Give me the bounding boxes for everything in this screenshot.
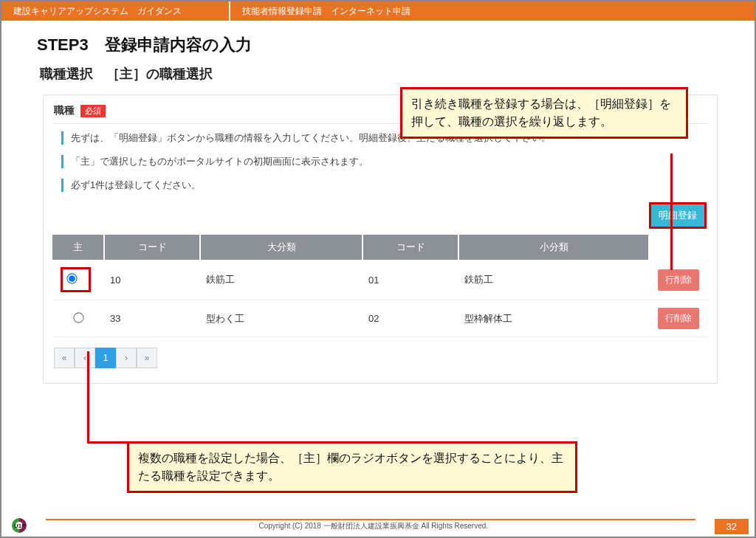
panel-title-text: 職種 — [54, 104, 75, 117]
section-subtitle: 職種選択 ［主］の職種選択 — [40, 65, 726, 83]
topbar-left: 建設キャリアアップシステム ガイダンス — [1, 1, 229, 21]
pager-first[interactable]: « — [54, 348, 75, 368]
guide-line: 必ず1件は登録してください。 — [61, 179, 705, 192]
pager-next[interactable]: › — [116, 348, 137, 368]
callout-connector — [87, 351, 89, 441]
step-heading: STEP3 登録申請内容の入力 — [37, 34, 726, 56]
footer: U1P Copyright (C) 2018 一般財団法人建設業振興基金 All… — [1, 516, 755, 537]
guide-line: 「主」で選択したものがポータルサイトの初期画面に表示されます。 — [61, 155, 705, 168]
accent-bar-icon — [61, 131, 63, 145]
main-radio[interactable] — [73, 312, 83, 323]
callout-radio: 複数の職種を設定した場合、［主］欄のラジオボタンを選択することにより、主たる職種… — [127, 441, 577, 493]
th-major: 大分類 — [200, 235, 362, 260]
guide-text: 必ず1件は登録してください。 — [71, 179, 201, 192]
topbar-right: 技能者情報登録申請 インターネット申請 — [229, 1, 755, 21]
cell-minor: 鉄筋工 — [458, 260, 649, 300]
guide-text: 「主」で選択したものがポータルサイトの初期画面に表示されます。 — [71, 155, 368, 168]
pager: « ‹ 1 › » — [54, 348, 708, 368]
add-detail-button[interactable]: 明細登録 — [649, 202, 707, 229]
cell-code2: 01 — [362, 260, 458, 300]
job-table: 主 コード 大分類 コード 小分類 10 鉄筋工 — [52, 235, 708, 337]
table-row: 10 鉄筋工 01 鉄筋工 行削除 — [52, 260, 708, 300]
pager-prev[interactable]: ‹ — [75, 348, 95, 368]
th-minor: 小分類 — [458, 235, 649, 260]
cell-minor: 型枠解体工 — [458, 300, 649, 337]
cell-code2: 02 — [362, 300, 458, 337]
row-delete-button[interactable]: 行削除 — [658, 308, 699, 329]
callout-connector — [670, 154, 673, 270]
cell-code1: 10 — [104, 260, 200, 300]
th-code1: コード — [104, 235, 200, 260]
th-code2: コード — [362, 235, 458, 260]
th-main: 主 — [52, 235, 104, 260]
required-badge: 必須 — [80, 105, 106, 117]
pager-last[interactable]: » — [137, 348, 157, 368]
accent-bar-icon — [61, 155, 63, 168]
th-action — [649, 235, 708, 260]
top-bar: 建設キャリアアップシステム ガイダンス 技能者情報登録申請 インターネット申請 — [1, 1, 755, 21]
pager-page[interactable]: 1 — [95, 348, 116, 368]
main-radio[interactable] — [66, 273, 77, 283]
radio-highlight — [61, 267, 91, 292]
callout-connector — [87, 441, 127, 444]
cell-code1: 33 — [104, 300, 200, 337]
accent-bar-icon — [61, 179, 63, 192]
row-delete-button[interactable]: 行削除 — [658, 269, 699, 291]
table-row: 33 型わく工 02 型枠解体工 行削除 — [52, 300, 708, 337]
cell-major: 鉄筋工 — [200, 260, 362, 300]
logo-icon: U1P — [12, 516, 32, 537]
cell-major: 型わく工 — [200, 300, 362, 337]
page-number: 32 — [715, 519, 749, 534]
callout-add-detail: 引き続き職種を登録する場合は、［明細登録］を押して、職種の選択を繰り返します。 — [400, 87, 688, 139]
copyright-text: Copyright (C) 2018 一般財団法人建設業振興基金 All Rig… — [32, 521, 715, 531]
